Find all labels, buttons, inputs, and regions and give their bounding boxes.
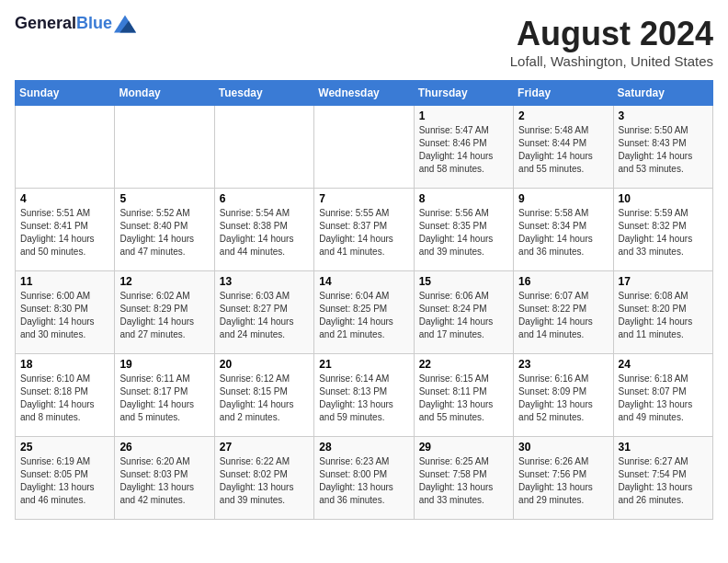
day-number: 20 xyxy=(220,358,309,371)
day-number: 10 xyxy=(619,192,708,205)
day-number: 29 xyxy=(419,441,508,454)
day-number: 6 xyxy=(220,192,309,205)
calendar-cell: 15Sunrise: 6:06 AM Sunset: 8:24 PM Dayli… xyxy=(414,271,513,354)
day-number: 8 xyxy=(419,192,508,205)
day-detail: Sunrise: 6:02 AM Sunset: 8:29 PM Dayligh… xyxy=(119,290,209,341)
day-detail: Sunrise: 5:58 AM Sunset: 8:34 PM Dayligh… xyxy=(518,207,608,259)
calendar-cell xyxy=(214,106,313,189)
calendar-week-2: 4Sunrise: 5:51 AM Sunset: 8:41 PM Daylig… xyxy=(16,189,713,271)
day-detail: Sunrise: 6:04 AM Sunset: 8:25 PM Dayligh… xyxy=(319,290,408,341)
calendar-cell xyxy=(115,106,214,189)
day-number: 9 xyxy=(518,192,608,205)
page-header: GeneralBlue August 2024 Lofall, Washingt… xyxy=(15,15,713,69)
day-number: 19 xyxy=(119,358,209,371)
calendar-cell: 13Sunrise: 6:03 AM Sunset: 8:27 PM Dayli… xyxy=(214,271,313,354)
day-number: 24 xyxy=(619,358,708,371)
day-detail: Sunrise: 6:23 AM Sunset: 8:00 PM Dayligh… xyxy=(319,455,408,507)
calendar-cell: 24Sunrise: 6:18 AM Sunset: 8:07 PM Dayli… xyxy=(613,354,712,437)
day-number: 3 xyxy=(619,109,708,122)
calendar-cell: 1Sunrise: 5:47 AM Sunset: 8:46 PM Daylig… xyxy=(414,106,513,189)
calendar-cell: 12Sunrise: 6:02 AM Sunset: 8:29 PM Dayli… xyxy=(115,271,214,354)
day-detail: Sunrise: 5:51 AM Sunset: 8:41 PM Dayligh… xyxy=(20,207,109,259)
calendar-cell: 19Sunrise: 6:11 AM Sunset: 8:17 PM Dayli… xyxy=(115,354,214,437)
calendar-cell: 26Sunrise: 6:20 AM Sunset: 8:03 PM Dayli… xyxy=(115,437,214,520)
calendar-cell: 25Sunrise: 6:19 AM Sunset: 8:05 PM Dayli… xyxy=(16,437,115,520)
day-detail: Sunrise: 6:06 AM Sunset: 8:24 PM Dayligh… xyxy=(419,290,508,341)
day-number: 23 xyxy=(518,358,608,371)
day-detail: Sunrise: 6:12 AM Sunset: 8:15 PM Dayligh… xyxy=(220,373,309,424)
calendar-cell xyxy=(314,106,414,189)
day-detail: Sunrise: 5:55 AM Sunset: 8:37 PM Dayligh… xyxy=(319,207,408,259)
col-header-thursday: Thursday xyxy=(414,81,513,106)
day-detail: Sunrise: 6:27 AM Sunset: 7:54 PM Dayligh… xyxy=(619,455,708,507)
title-block: August 2024 Lofall, Washington, United S… xyxy=(510,15,713,69)
day-number: 22 xyxy=(419,358,508,371)
calendar-cell: 11Sunrise: 6:00 AM Sunset: 8:30 PM Dayli… xyxy=(16,271,115,354)
calendar-header-row: SundayMondayTuesdayWednesdayThursdayFrid… xyxy=(16,81,713,106)
day-number: 17 xyxy=(619,275,708,288)
calendar-cell: 8Sunrise: 5:56 AM Sunset: 8:35 PM Daylig… xyxy=(414,189,513,271)
calendar-cell: 22Sunrise: 6:15 AM Sunset: 8:11 PM Dayli… xyxy=(414,354,513,437)
day-detail: Sunrise: 6:20 AM Sunset: 8:03 PM Dayligh… xyxy=(119,455,209,507)
col-header-tuesday: Tuesday xyxy=(214,81,313,106)
day-detail: Sunrise: 6:18 AM Sunset: 8:07 PM Dayligh… xyxy=(619,373,708,424)
day-detail: Sunrise: 5:48 AM Sunset: 8:44 PM Dayligh… xyxy=(518,124,608,176)
day-detail: Sunrise: 5:56 AM Sunset: 8:35 PM Dayligh… xyxy=(419,207,508,259)
day-detail: Sunrise: 5:47 AM Sunset: 8:46 PM Dayligh… xyxy=(419,124,508,176)
day-detail: Sunrise: 6:14 AM Sunset: 8:13 PM Dayligh… xyxy=(319,373,408,424)
day-number: 30 xyxy=(518,441,608,454)
page-subtitle: Lofall, Washington, United States xyxy=(510,53,713,69)
day-number: 27 xyxy=(220,441,309,454)
day-detail: Sunrise: 6:15 AM Sunset: 8:11 PM Dayligh… xyxy=(419,373,508,424)
calendar-cell: 4Sunrise: 5:51 AM Sunset: 8:41 PM Daylig… xyxy=(16,189,115,271)
calendar-week-3: 11Sunrise: 6:00 AM Sunset: 8:30 PM Dayli… xyxy=(16,271,713,354)
col-header-friday: Friday xyxy=(514,81,613,106)
day-detail: Sunrise: 6:03 AM Sunset: 8:27 PM Dayligh… xyxy=(220,290,309,341)
day-detail: Sunrise: 6:22 AM Sunset: 8:02 PM Dayligh… xyxy=(220,455,309,507)
day-number: 1 xyxy=(419,109,508,122)
calendar-cell: 29Sunrise: 6:25 AM Sunset: 7:58 PM Dayli… xyxy=(414,437,513,520)
calendar-cell: 7Sunrise: 5:55 AM Sunset: 8:37 PM Daylig… xyxy=(314,189,414,271)
day-detail: Sunrise: 6:10 AM Sunset: 8:18 PM Dayligh… xyxy=(20,373,109,424)
calendar-table: SundayMondayTuesdayWednesdayThursdayFrid… xyxy=(15,80,713,520)
day-detail: Sunrise: 5:59 AM Sunset: 8:32 PM Dayligh… xyxy=(619,207,708,259)
calendar-cell: 2Sunrise: 5:48 AM Sunset: 8:44 PM Daylig… xyxy=(514,106,613,189)
day-number: 5 xyxy=(119,192,209,205)
day-detail: Sunrise: 6:25 AM Sunset: 7:58 PM Dayligh… xyxy=(419,455,508,507)
calendar-week-1: 1Sunrise: 5:47 AM Sunset: 8:46 PM Daylig… xyxy=(16,106,713,189)
day-number: 7 xyxy=(319,192,408,205)
day-detail: Sunrise: 6:08 AM Sunset: 8:20 PM Dayligh… xyxy=(619,290,708,341)
day-number: 16 xyxy=(518,275,608,288)
page-title: August 2024 xyxy=(510,15,713,53)
col-header-sunday: Sunday xyxy=(16,81,115,106)
day-detail: Sunrise: 5:54 AM Sunset: 8:38 PM Dayligh… xyxy=(220,207,309,259)
day-number: 15 xyxy=(419,275,508,288)
day-number: 4 xyxy=(20,192,109,205)
calendar-cell: 16Sunrise: 6:07 AM Sunset: 8:22 PM Dayli… xyxy=(514,271,613,354)
calendar-cell xyxy=(16,106,115,189)
calendar-cell: 17Sunrise: 6:08 AM Sunset: 8:20 PM Dayli… xyxy=(613,271,712,354)
day-number: 31 xyxy=(619,441,708,454)
day-detail: Sunrise: 6:26 AM Sunset: 7:56 PM Dayligh… xyxy=(518,455,608,507)
calendar-cell: 31Sunrise: 6:27 AM Sunset: 7:54 PM Dayli… xyxy=(613,437,712,520)
col-header-monday: Monday xyxy=(115,81,214,106)
day-number: 18 xyxy=(20,358,109,371)
day-number: 14 xyxy=(319,275,408,288)
day-number: 25 xyxy=(20,441,109,454)
logo: GeneralBlue xyxy=(15,15,136,33)
logo-text: GeneralBlue xyxy=(15,15,112,33)
day-detail: Sunrise: 6:07 AM Sunset: 8:22 PM Dayligh… xyxy=(518,290,608,341)
calendar-cell: 18Sunrise: 6:10 AM Sunset: 8:18 PM Dayli… xyxy=(16,354,115,437)
day-number: 26 xyxy=(119,441,209,454)
day-number: 12 xyxy=(119,275,209,288)
calendar-cell: 5Sunrise: 5:52 AM Sunset: 8:40 PM Daylig… xyxy=(115,189,214,271)
day-detail: Sunrise: 5:50 AM Sunset: 8:43 PM Dayligh… xyxy=(619,124,708,176)
calendar-week-5: 25Sunrise: 6:19 AM Sunset: 8:05 PM Dayli… xyxy=(16,437,713,520)
calendar-cell: 6Sunrise: 5:54 AM Sunset: 8:38 PM Daylig… xyxy=(214,189,313,271)
day-number: 21 xyxy=(319,358,408,371)
calendar-cell: 30Sunrise: 6:26 AM Sunset: 7:56 PM Dayli… xyxy=(514,437,613,520)
calendar-cell: 28Sunrise: 6:23 AM Sunset: 8:00 PM Dayli… xyxy=(314,437,414,520)
day-detail: Sunrise: 6:11 AM Sunset: 8:17 PM Dayligh… xyxy=(119,373,209,424)
calendar-cell: 14Sunrise: 6:04 AM Sunset: 8:25 PM Dayli… xyxy=(314,271,414,354)
logo-icon xyxy=(114,15,136,33)
